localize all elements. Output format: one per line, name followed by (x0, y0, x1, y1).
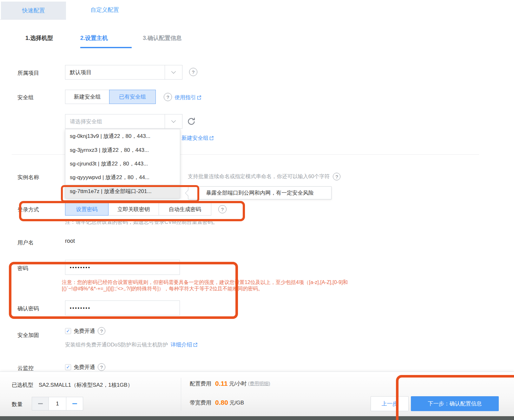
project-help-icon[interactable]: ? (189, 68, 197, 76)
bottom-edge-strip (0, 416, 514, 420)
security-risk-tooltip-text: 暴露全部端口到公网和内网，有一定安全风险 (206, 189, 314, 197)
step-set-host[interactable]: 2.设置主机 (80, 34, 108, 42)
login-method-toggle: 设置密码 立即关联密钥 自动生成密码 (65, 203, 211, 216)
password-masked-value: •••••••• (70, 265, 91, 270)
cloud-monitor-row: ✓ 免费开通 ? (65, 363, 105, 371)
confirm-password-masked-value: •••••••• (70, 305, 91, 311)
footer-divider (181, 378, 181, 411)
username-label: 用户名 (17, 239, 34, 246)
dropdown-option-highlighted[interactable]: sg-7ttm1e7z | 放通全部端口-201... (65, 184, 180, 198)
bandwidth-fee-unit: 元/GB (229, 399, 244, 406)
new-security-group-button[interactable]: 新建安全组 (65, 90, 109, 104)
security-service-desc: 安装组件免费开通DDoS防护和云镜主机防护 (65, 341, 168, 348)
security-service-row: ✓ 免费开通 ? (65, 327, 105, 335)
cloud-monitor-help-icon[interactable]: ? (98, 363, 105, 371)
detail-link-text: 详细介绍 (171, 341, 192, 348)
password-input[interactable]: •••••••• (65, 260, 180, 275)
set-password-button[interactable]: 设置密码 (65, 203, 109, 216)
create-security-group-text: 新建安全组 (181, 134, 208, 142)
active-step-underline (80, 47, 132, 48)
security-risk-tooltip: 暴露全部端口到公网和内网，有一定安全风险 (188, 186, 332, 199)
decrease-button[interactable] (32, 397, 49, 410)
config-fee-label: 配置费用 (190, 380, 211, 387)
create-security-group-link[interactable]: 新建安全组 (181, 134, 214, 142)
config-fee-value: 0.11 (215, 380, 228, 387)
project-select-chevron-cell[interactable] (165, 65, 182, 79)
login-method-label: 登录方式 (17, 206, 39, 213)
bandwidth-fee-label: 带宽费用 (190, 399, 211, 406)
username-value: root (65, 238, 75, 244)
cloud-monitor-checkbox-label: 免费开通 (74, 364, 95, 371)
security-service-label: 安全加固 (17, 332, 39, 339)
security-group-label: 安全组 (17, 94, 34, 101)
cloud-monitor-checkbox[interactable]: ✓ (65, 364, 71, 370)
tabstrip-divider (0, 19, 66, 20)
step-confirm-config[interactable]: 3.确认配置信息 (143, 34, 182, 42)
security-group-help-icon[interactable]: ? (164, 93, 172, 101)
security-service-detail-link[interactable]: 详细介绍 (171, 341, 197, 348)
next-step-button[interactable]: 下一步：确认配置信息 (411, 396, 499, 411)
increase-button[interactable] (66, 397, 83, 410)
previous-step-button[interactable]: 上一步 (371, 396, 409, 411)
security-group-select[interactable]: 请选择安全组 (65, 114, 182, 129)
password-note: 注：请牢记您所设置的密码，如遗忘可登录CVM控制台重置密码。 (65, 219, 218, 226)
external-link-icon (197, 95, 201, 100)
security-group-dropdown: sg-0knj13v9 | 放通22，80，443... sg-3jyrnxz3… (65, 129, 180, 198)
usage-guide-link[interactable]: 使用指引 (175, 94, 201, 101)
selected-model-value: SA2.SMALL1（标准型SA2，1核1GB） (39, 381, 133, 389)
chevron-down-icon (171, 118, 176, 123)
project-label: 所属项目 (17, 69, 39, 77)
minus-icon (72, 403, 77, 404)
fee-detail-link[interactable]: (费用明细) (248, 381, 270, 387)
selected-model-label: 已选机型 (12, 381, 33, 389)
chevron-down-icon (171, 69, 176, 74)
confirm-password-label: 确认密码 (17, 305, 39, 312)
instance-name-label: 实例名称 (17, 174, 39, 181)
dropdown-option[interactable]: sg-qyyywpvd | 放通22，80，44... (65, 171, 180, 184)
external-link-icon (193, 343, 197, 347)
tooltip-arrow-icon (186, 190, 188, 196)
instance-name-help-icon[interactable]: ? (333, 173, 340, 180)
minus-icon (38, 403, 43, 404)
login-method-help-icon[interactable]: ? (218, 205, 227, 213)
dropdown-option[interactable]: sg-0knj13v9 | 放通22，80，443... (65, 129, 180, 143)
security-group-toggle: 新建安全组 已有安全组 (65, 90, 156, 104)
instance-name-hint: 支持批量连续命名或指定模式串命名，你还可以输入60个字符 (188, 173, 330, 180)
tab-quick-config[interactable]: 快速配置 (1, 2, 66, 19)
dropdown-option[interactable]: sg-cjrund3t | 放通22，80，443... (65, 157, 180, 171)
auto-generate-password-button[interactable]: 自动生成密码 (159, 203, 211, 216)
project-select[interactable]: 默认项目 (65, 65, 182, 80)
security-group-select-chevron-cell[interactable] (165, 114, 182, 128)
dropdown-option[interactable]: sg-3jyrnxz3 | 放通22，80，443... (65, 143, 180, 157)
cloud-monitor-label: 云监控 (17, 365, 34, 372)
quantity-label: 数量 (12, 401, 23, 408)
security-service-checkbox[interactable]: ✓ (65, 328, 71, 334)
existing-security-group-button[interactable]: 已有安全组 (109, 90, 156, 104)
refresh-icon[interactable] (187, 117, 196, 126)
quantity-value[interactable]: 1 (49, 397, 66, 410)
security-service-checkbox-label: 免费开通 (74, 327, 95, 335)
step-select-model[interactable]: 1.选择机型 (25, 34, 53, 42)
password-warning-line2: [()`~!@#$%^&*-+=_|{}[]:;'<>,.?/]的特殊符号]），… (62, 286, 263, 292)
project-select-value: 默认项目 (65, 69, 165, 76)
external-link-icon (209, 136, 214, 140)
associate-key-button[interactable]: 立即关联密钥 (108, 203, 159, 216)
tab-custom-config[interactable]: 自定义配置 (66, 0, 143, 20)
security-group-select-placeholder: 请选择安全组 (65, 118, 165, 125)
custom-config-page: 快速配置 自定义配置 1.选择机型 2.设置主机 3.确认配置信息 所属项目 默… (0, 0, 514, 420)
confirm-password-input[interactable]: •••••••• (65, 300, 180, 315)
quantity-stepper: 1 (32, 397, 83, 410)
usage-guide-text: 使用指引 (175, 94, 196, 101)
password-label: 密码 (17, 265, 28, 272)
config-fee-unit: 元/小时 (229, 380, 247, 387)
bandwidth-fee-value: 0.80 (215, 399, 228, 406)
security-service-help-icon[interactable]: ? (98, 327, 105, 335)
password-warning-line1: 注意：您的密码已经符合设置密码规则，但密码需要具备一定的强度，建议您设置12位及… (62, 279, 348, 286)
